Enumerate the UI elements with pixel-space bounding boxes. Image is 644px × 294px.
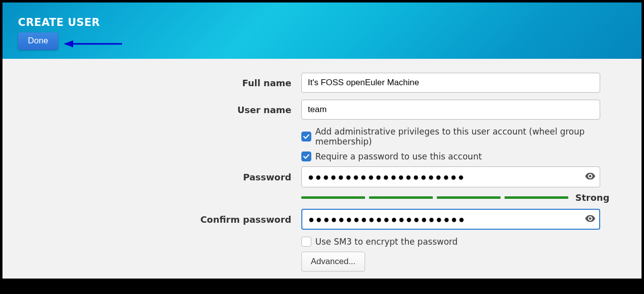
page-title: CREATE USER — [18, 16, 100, 28]
require-password-checkbox[interactable] — [301, 151, 311, 161]
confirm-password-label: Confirm password — [2, 214, 301, 225]
password-label: Password — [2, 172, 301, 182]
confirm-password-input[interactable] — [301, 209, 600, 230]
eye-icon[interactable] — [585, 172, 595, 182]
advanced-button[interactable]: Advanced... — [301, 252, 365, 272]
full-name-label: Full name — [2, 78, 301, 88]
user-form: Full name User name Add administrative p… — [2, 59, 642, 279]
full-name-input[interactable] — [301, 73, 600, 93]
user-name-label: User name — [2, 105, 301, 115]
done-button[interactable]: Done — [18, 32, 58, 50]
password-strength-meter — [301, 196, 568, 199]
user-name-input[interactable] — [301, 100, 600, 120]
require-password-label: Require a password to use this account — [315, 151, 482, 161]
svg-marker-1 — [64, 40, 73, 47]
eye-icon[interactable] — [585, 215, 595, 224]
admin-privileges-label: Add administrative privileges to this us… — [315, 127, 603, 147]
sm3-encrypt-checkbox[interactable] — [301, 237, 311, 247]
sm3-encrypt-label: Use SM3 to encrypt the password — [315, 237, 458, 247]
password-strength-label: Strong — [575, 192, 610, 203]
password-input[interactable] — [301, 166, 600, 187]
annotation-arrow — [62, 39, 127, 49]
admin-privileges-checkbox[interactable] — [301, 132, 311, 142]
header-banner: CREATE USER Done — [2, 2, 642, 59]
